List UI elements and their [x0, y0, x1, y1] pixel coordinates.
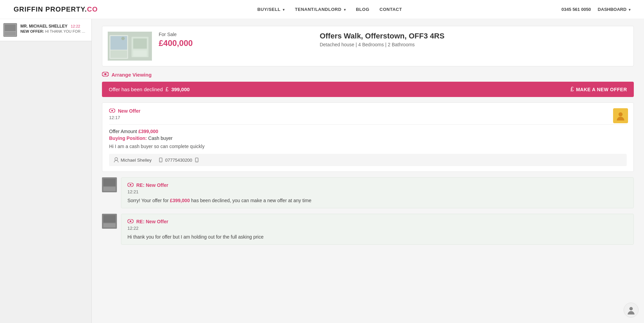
for-sale-label: For Sale — [159, 32, 313, 37]
svg-rect-1 — [5, 25, 16, 31]
content-area: For Sale £400,000 Offers Walk, Offerstow… — [92, 19, 644, 323]
reply-card-1: RE: New Offer 12:21 Sorry! Your offer fo… — [121, 177, 634, 208]
property-details: For Sale £400,000 — [159, 32, 313, 48]
eye-icon-reply2 — [127, 219, 134, 224]
offer-time: 12:17 — [109, 115, 627, 120]
svg-point-27 — [129, 184, 131, 185]
svg-point-8 — [121, 37, 125, 40]
reply-avatar-2 — [102, 214, 117, 229]
offer-declined-bar: Offer has been declined £ 399,000 £ MAKE… — [102, 82, 634, 97]
agent-avatar-icon — [103, 178, 116, 192]
person-icon — [114, 157, 119, 163]
offer-declined-left: Offer has been declined £ 399,000 — [109, 86, 190, 93]
eye-icon-offer — [109, 108, 115, 114]
phone-number: 0345 561 0050 — [561, 7, 591, 12]
reply1-text-after: has been declined, you can make a new of… — [190, 198, 311, 203]
bottom-right-user-avatar[interactable] — [624, 303, 639, 318]
svg-rect-24 — [103, 179, 116, 186]
avatar — [3, 23, 17, 37]
svg-rect-25 — [103, 187, 116, 191]
reply2-text: Hi thank you for offer but I am holding … — [127, 234, 627, 240]
user-avatar — [613, 108, 628, 123]
reply-row-2: RE: New Offer 12:22 Hi thank you for off… — [102, 214, 634, 245]
arrange-viewing-btn[interactable]: Arrange Viewing — [102, 72, 634, 78]
svg-point-14 — [104, 73, 106, 75]
sidebar-contact-name: MR. MICHAEL SHELLEY — [20, 24, 67, 29]
offer-declined-text: Offer has been declined — [109, 86, 163, 92]
property-subtitle: Detached house | 4 Bedrooms | 2 Bathroom… — [320, 42, 628, 47]
reply2-header-label: RE: New Offer — [136, 219, 168, 224]
reply-avatar-1 — [102, 177, 117, 192]
svg-point-19 — [160, 161, 161, 162]
pound-icon: £ — [166, 86, 169, 93]
chevron-down-icon: ▾ — [283, 8, 285, 12]
offer-card-header: New Offer — [109, 108, 627, 114]
navbar-right: 0345 561 0050 DASHBOARD ▾ — [561, 7, 630, 12]
buying-position-value: Cash buyer — [148, 135, 173, 141]
sidebar-item-time: 12:22 — [71, 24, 80, 28]
contact-name-field: Michael Shelley — [114, 157, 152, 163]
person-avatar-icon — [616, 111, 625, 120]
reply-header-2: RE: New Offer — [127, 219, 627, 224]
eye-icon-reply1 — [127, 182, 134, 188]
sidebar-item-preview: NEW OFFER: HI THANK YOU FOR OFFER BUT I … — [20, 29, 88, 33]
buying-position-label: Buying Position: — [109, 135, 147, 141]
svg-rect-29 — [103, 215, 116, 223]
reply1-text: Sorry! Your offer for £399,000 has been … — [127, 198, 627, 203]
offer-message: Hi I am a cash buyer so can complete qui… — [109, 144, 627, 149]
logo-text-part1: GRIFFIN PROPERTY. — [14, 5, 87, 13]
make-offer-label: MAKE A NEW OFFER — [576, 87, 627, 92]
brand-logo[interactable]: GRIFFIN PROPERTY.Co — [14, 5, 98, 13]
sidebar-item-content: MR. MICHAEL SHELLEY 12:22 NEW OFFER: HI … — [20, 23, 88, 33]
pound-icon-btn: £ — [570, 86, 574, 93]
nav-buy-sell[interactable]: BUY/SELL ▾ — [257, 7, 285, 12]
logo-text-part2: Co — [87, 5, 98, 13]
offer-amount-row: Offer Amount £399,000 — [109, 129, 627, 134]
chevron-down-icon: ▾ — [344, 8, 346, 12]
sidebar: MR. MICHAEL SHELLEY 12:22 NEW OFFER: HI … — [0, 19, 92, 323]
property-card: For Sale £400,000 Offers Walk, Offerstow… — [102, 26, 634, 66]
navbar: GRIFFIN PROPERTY.Co BUY/SELL ▾ TENANT/LA… — [0, 0, 644, 19]
offer-separator — [109, 124, 627, 125]
messages-area: New Offer 12:17 Offer Amount £399,000 Bu… — [102, 102, 634, 245]
main-layout: MR. MICHAEL SHELLEY 12:22 NEW OFFER: HI … — [0, 19, 644, 323]
property-title: Offers Walk, Offerstown, OFF3 4RS — [320, 32, 628, 41]
reply1-header-label: RE: New Offer — [136, 182, 168, 188]
chevron-down-icon: ▾ — [629, 8, 630, 12]
contact-phone: 07775430200 — [165, 158, 192, 163]
svg-point-17 — [115, 158, 118, 160]
property-info: Offers Walk, Offerstown, OFF3 4RS Detach… — [320, 32, 628, 47]
nav-blog[interactable]: BLOG — [356, 7, 369, 12]
reply-row-1: RE: New Offer 12:21 Sorry! Your offer fo… — [102, 177, 634, 208]
svg-rect-30 — [103, 223, 116, 227]
contact-phone-field: 07775430200 — [158, 158, 199, 163]
dashboard-label: DASHBOARD — [598, 7, 627, 12]
reply-header-1: RE: New Offer — [127, 182, 627, 188]
preview-label: NEW OFFER: — [20, 29, 44, 33]
phone-icon — [158, 158, 163, 162]
svg-rect-11 — [133, 50, 147, 56]
svg-rect-7 — [110, 50, 127, 58]
reply1-text-before: Sorry! Your offer for — [127, 198, 170, 203]
offer-contact-row: Michael Shelley 07775430200 — [109, 154, 627, 166]
arrange-viewing-label: Arrange Viewing — [111, 72, 152, 78]
svg-point-33 — [629, 307, 633, 310]
svg-point-21 — [196, 161, 197, 162]
svg-rect-10 — [133, 38, 147, 49]
svg-rect-2 — [5, 32, 16, 35]
eye-icon — [102, 72, 109, 78]
make-new-offer-btn[interactable]: £ MAKE A NEW OFFER — [570, 86, 627, 93]
reply2-time: 12:22 — [127, 226, 627, 231]
user-icon — [626, 305, 636, 315]
sidebar-item[interactable]: MR. MICHAEL SHELLEY 12:22 NEW OFFER: HI … — [0, 19, 91, 41]
sidebar-item-header: MR. MICHAEL SHELLEY 12:22 — [20, 23, 88, 29]
contact-name: Michael Shelley — [121, 158, 152, 163]
dashboard-link[interactable]: DASHBOARD ▾ — [598, 7, 630, 12]
offer-amount-value: £399,000 — [138, 129, 158, 134]
property-image — [108, 32, 152, 61]
nav-tenant-landlord[interactable]: TENANT/LANDLORD ▾ — [295, 7, 346, 12]
agent-avatar-icon-2 — [103, 214, 116, 228]
svg-point-32 — [129, 220, 131, 222]
nav-contact[interactable]: CONTACT — [380, 7, 402, 12]
phone-icon-2 — [194, 158, 199, 162]
